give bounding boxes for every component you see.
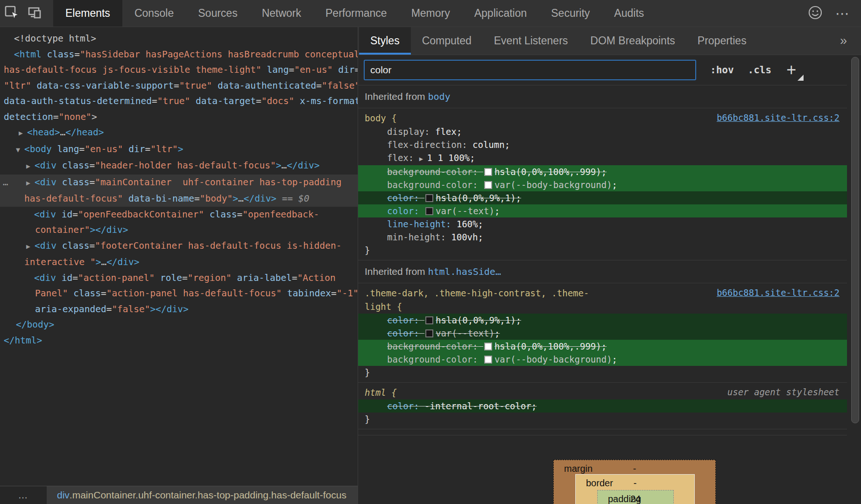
dom-node-line[interactable]: has-default-focus js-focus-visible theme… <box>0 62 358 78</box>
css-property-row[interactable]: background-color: hsla(0,0%,100%,.999); <box>358 340 847 353</box>
more-options-icon[interactable]: ⋯ <box>835 7 851 21</box>
tab-styles[interactable]: Styles <box>359 27 411 55</box>
breadcrumb-overflow-button[interactable]: … <box>0 486 47 504</box>
color-swatch[interactable] <box>484 168 492 176</box>
dom-node-line[interactable]: ▼ <body lang="en-us" dir="ltr"> <box>0 141 358 158</box>
toolbar-tab-security[interactable]: Security <box>539 0 602 27</box>
css-property-row[interactable]: background-color: var(--body-background)… <box>358 353 847 366</box>
dom-node-line[interactable]: data-auth-status-determined="true" data-… <box>0 93 358 109</box>
dom-node-line[interactable]: detection="none"> <box>0 109 358 125</box>
styles-scrollbar-thumb[interactable] <box>851 57 859 423</box>
dom-attribute-name: dir <box>128 144 145 154</box>
css-selector[interactable]: light { <box>358 300 847 314</box>
margin-top-value[interactable]: - <box>554 463 715 474</box>
dom-node-line[interactable]: </body> <box>0 317 358 333</box>
css-property-row[interactable]: flex: ▶ 1 1 100%; <box>358 151 847 165</box>
color-swatch[interactable] <box>484 181 492 189</box>
padding-top-value[interactable]: 24 <box>598 494 673 504</box>
css-property-row[interactable]: flex-direction: column; <box>358 138 847 151</box>
toggle-hover-state-button[interactable]: :hov <box>710 64 734 76</box>
toolbar-tab-audits[interactable]: Audits <box>602 0 656 27</box>
toolbar-tab-application[interactable]: Application <box>462 0 539 27</box>
color-swatch[interactable] <box>484 356 492 364</box>
dom-text: = <box>53 112 59 122</box>
css-property-row[interactable]: background-color: hsla(0,0%,100%,.999); <box>358 165 847 178</box>
color-swatch[interactable] <box>484 343 492 350</box>
color-swatch[interactable] <box>425 316 433 324</box>
css-property-row[interactable]: line-height: 160%; <box>358 217 847 231</box>
stylesheet-source-link[interactable]: b66bc881.site-ltr.css:2 <box>717 112 840 123</box>
dom-node-line[interactable]: aria-expanded="false"></div> <box>0 301 358 317</box>
dom-node-line[interactable]: …▶ <div class="mainContainer uhf-contain… <box>0 175 358 191</box>
expand-arrow-icon[interactable]: ▶ <box>26 242 35 251</box>
border-top-value[interactable]: - <box>576 478 694 489</box>
css-property-row[interactable]: min-height: 100vh; <box>358 231 847 244</box>
expand-arrow-icon[interactable]: ▼ <box>16 146 24 154</box>
toolbar-tab-console[interactable]: Console <box>122 0 186 27</box>
style-filter-input[interactable] <box>364 60 696 80</box>
dom-node-line[interactable]: </html> <box>0 333 358 349</box>
dom-node-line[interactable]: <html class="hasSidebar hasPageActions h… <box>0 47 358 63</box>
dom-node-line[interactable]: has-default-focus" data-bi-name="body">…… <box>0 191 358 207</box>
color-swatch[interactable] <box>425 329 433 337</box>
toggle-classes-button[interactable]: .cls <box>748 64 772 76</box>
dom-attribute-value: "true" <box>179 80 212 91</box>
toolbar-tab-elements[interactable]: Elements <box>53 0 122 27</box>
toolbar-tab-sources[interactable]: Sources <box>186 0 249 27</box>
dom-tag: <html <box>14 49 42 60</box>
dom-node-line[interactable]: ▶ <div class="footerContainer has-defaul… <box>0 238 358 255</box>
tabs-overflow-chevron-icon[interactable]: » <box>840 34 847 48</box>
dom-attribute-name: aria-label <box>237 273 291 283</box>
dom-node-line[interactable]: <!doctype html> <box>0 31 358 47</box>
dom-node-line[interactable]: ▶ <head>…</head> <box>0 125 358 141</box>
new-style-rule-button[interactable]: + <box>786 63 804 77</box>
css-property-row[interactable]: color: hsla(0,0%,9%,1); <box>358 314 847 327</box>
expand-arrow-icon[interactable]: ▶ <box>26 179 35 187</box>
css-property-row[interactable]: background-color: var(--body-background)… <box>358 178 847 191</box>
color-swatch[interactable] <box>425 194 433 202</box>
color-swatch[interactable] <box>425 207 433 215</box>
dom-text: = <box>74 49 80 60</box>
inspect-element-button[interactable] <box>0 0 23 27</box>
box-model-margin[interactable]: margin - border - padding 24 <box>553 460 716 504</box>
dom-node-line[interactable]: Panel" class="action-panel has-default-f… <box>0 286 358 301</box>
box-model-border[interactable]: border - padding 24 <box>575 474 695 504</box>
dom-text: = <box>331 288 337 299</box>
css-semicolon: ; <box>516 193 521 203</box>
dom-node-line[interactable]: ▶ <div class="header-holder has-default-… <box>0 158 358 175</box>
dom-tag: </div> <box>95 224 128 235</box>
tab-properties[interactable]: Properties <box>686 27 758 55</box>
tab-computed[interactable]: Computed <box>411 27 483 55</box>
dom-node-line[interactable]: <div id="action-panel" role="region" ari… <box>0 270 358 286</box>
feedback-smiley-icon[interactable] <box>807 5 823 22</box>
tab-dom-breakpoints[interactable]: DOM Breakpoints <box>579 27 686 55</box>
dom-selected-marker: == $0 <box>276 193 309 204</box>
toolbar-tab-network[interactable]: Network <box>250 0 313 27</box>
css-property-row[interactable]: color: var(--text); <box>358 204 847 217</box>
css-property-row[interactable]: color: var(--text); <box>358 327 847 340</box>
dom-tag: </body> <box>16 319 54 330</box>
inherited-node-link[interactable]: html.hasSide… <box>428 266 501 277</box>
node-overflow-dots[interactable]: … <box>3 175 9 190</box>
device-toolbar-button[interactable] <box>23 0 47 27</box>
box-model-padding[interactable]: padding 24 <box>597 490 674 504</box>
tab-event-listeners[interactable]: Event Listeners <box>483 27 579 55</box>
inherited-node-link[interactable]: body <box>428 91 450 102</box>
toolbar-tab-memory[interactable]: Memory <box>399 0 462 27</box>
dom-node-line[interactable]: container"></div> <box>0 222 358 238</box>
expand-arrow-icon[interactable]: ▶ <box>19 129 27 137</box>
css-property-row[interactable]: color: -internal-root-color; <box>358 399 847 413</box>
dom-node-line[interactable]: "ltr" data-css-variable-support="true" d… <box>0 78 358 94</box>
css-property-row[interactable]: display: flex; <box>358 125 847 138</box>
css-property-row[interactable]: color: hsla(0,0%,9%,1); <box>358 191 847 204</box>
stylesheet-source-link[interactable]: b66bc881.site-ltr.css:2 <box>717 287 840 298</box>
dom-node-line[interactable]: interactive ">…</div> <box>0 254 358 270</box>
css-property-name: min-height: <box>387 232 446 242</box>
expand-arrow-icon[interactable]: ▶ <box>26 162 35 170</box>
expand-shorthand-icon[interactable]: ▶ <box>419 155 427 162</box>
dom-attribute-value: "none" <box>58 112 91 122</box>
dom-attribute-value: "docs" <box>261 96 294 106</box>
dom-node-line[interactable]: <div id="openFeedbackContainer" class="o… <box>0 207 358 223</box>
toolbar-tab-performance[interactable]: Performance <box>313 0 399 27</box>
breadcrumb-selected-node[interactable]: div.mainContainer.uhf-container.has-top-… <box>47 486 358 504</box>
